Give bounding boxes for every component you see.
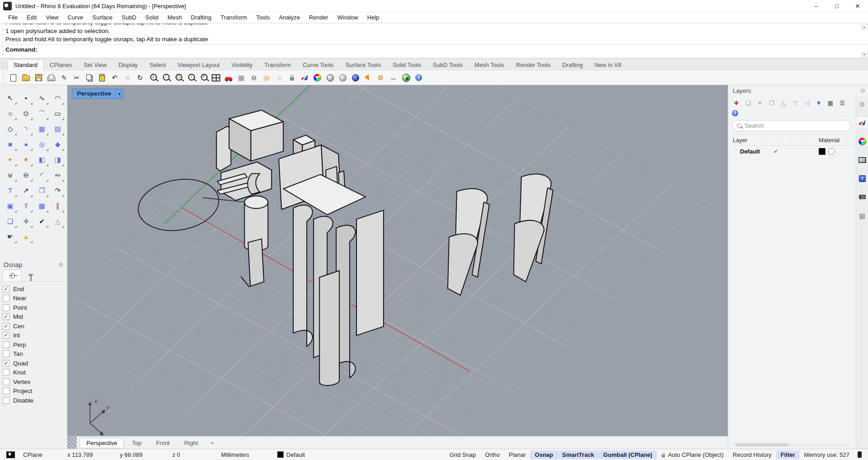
move-down-icon[interactable]: ▽ [791, 100, 800, 106]
rectangle-tool[interactable]: ▭ [50, 106, 65, 121]
array-tool[interactable]: ▩ [34, 198, 49, 213]
earth-icon[interactable] [400, 72, 412, 84]
scroll-down-icon[interactable]: ▼ [861, 52, 868, 57]
save-icon[interactable] [33, 72, 45, 84]
table-view-icon[interactable]: ▦ [826, 100, 835, 106]
filter-icon[interactable]: ▼ [814, 100, 823, 106]
copy-objects-tool[interactable]: ❐ [34, 183, 49, 198]
osnap-checkbox[interactable]: ✓ [3, 286, 9, 292]
move-left-icon[interactable]: ◁ [802, 100, 811, 106]
osnap-option-row[interactable]: ✓ Quad [3, 359, 67, 368]
osnap-option-row[interactable]: ✓ Knot [3, 368, 67, 378]
toolbar-tab[interactable]: Drafting [556, 60, 589, 71]
polygon-tool[interactable]: ◇ [3, 121, 18, 136]
tabbar-grip[interactable] [1, 61, 4, 69]
toolbar-tab[interactable]: Curve Tools [297, 60, 339, 71]
color-wheel-icon[interactable] [311, 72, 323, 84]
toolbar-tab[interactable]: Standard [7, 59, 44, 71]
auto-cplane-toggle[interactable]: Auto CPlane (Object) [657, 450, 728, 459]
osnap-option-row[interactable]: ✓ Tan [3, 350, 67, 359]
viewport-dropdown-icon[interactable]: ▾ [116, 89, 123, 98]
solid-union-tool[interactable]: ▣ [3, 198, 18, 213]
help-panel-tab[interactable]: ? [856, 172, 868, 184]
circle-radius-icon[interactable]: ⊖ [248, 72, 260, 84]
toolbar-tab[interactable]: Transform [258, 60, 297, 71]
zoom-selected-icon[interactable]: ● [185, 72, 197, 84]
undo-view-icon[interactable]: ↶ [197, 72, 209, 84]
toolbar-tab[interactable]: Render Tools [510, 60, 556, 71]
toolbar-tab[interactable]: Set View [78, 60, 113, 71]
column-layer[interactable]: Layer [732, 137, 766, 144]
osnap-checkbox[interactable]: ✓ [3, 313, 9, 320]
split-tool[interactable]: ◨ [50, 152, 65, 167]
linear-array-tool[interactable]: ∥ [50, 198, 65, 213]
sphere-tool[interactable]: ● [19, 137, 33, 152]
osnap-checkbox[interactable]: ✓ [3, 379, 9, 385]
box-tool[interactable]: ■ [3, 137, 18, 152]
copy-icon[interactable] [83, 72, 95, 84]
manikin-tool[interactable]: ✛ [19, 214, 33, 229]
palette-grip[interactable]: ···· [0, 85, 67, 90]
osnap-option-row[interactable]: ✓ Cen [3, 321, 67, 331]
toolbar-tab[interactable]: Select [144, 60, 172, 71]
memory-usage[interactable]: Memory use: 527 [800, 450, 854, 459]
y-coordinate[interactable]: y 68.089 [115, 450, 168, 459]
open-file-icon[interactable] [20, 72, 32, 84]
rotate-view-icon[interactable]: ↻ [134, 72, 146, 84]
viewport-tab[interactable]: Right [178, 438, 204, 448]
help-icon[interactable]: ? [413, 72, 425, 84]
pan-hand-icon[interactable]: ☝ [121, 72, 133, 84]
car-icon[interactable] [223, 72, 235, 84]
curve-through-points-tool[interactable]: ◠ [50, 91, 65, 105]
group-tool[interactable]: ❑ [3, 214, 18, 229]
z-coordinate[interactable]: z 0 [168, 450, 217, 459]
osnap-checkbox[interactable]: ✓ [3, 341, 9, 348]
osnap-checkbox[interactable]: ✓ [3, 397, 9, 404]
named-cplanes-tab[interactable]: ▦ [856, 210, 868, 221]
lock-icon[interactable] [286, 72, 298, 84]
osnap-option-row[interactable]: ✓ Perp [3, 340, 67, 350]
panel-gear-icon[interactable]: ⚙ [856, 98, 868, 110]
point-tool[interactable]: • [19, 91, 33, 105]
four-viewports-icon[interactable] [210, 72, 222, 84]
toolbar-tab[interactable]: Display [113, 60, 144, 71]
toolbar-tab[interactable]: Visibility [226, 60, 259, 71]
panel-menu-icon[interactable]: ☰ [838, 100, 847, 106]
column-material[interactable]: Material [816, 137, 851, 144]
control-point-curve-tool[interactable]: ∿ [34, 91, 49, 105]
edit-properties-icon[interactable]: ✎ [58, 72, 70, 84]
command-scrollbar[interactable]: ▲ ▼ [861, 24, 867, 57]
layers-panel-tab[interactable] [856, 117, 868, 129]
osnap-option-row[interactable]: ✓ End [3, 284, 67, 294]
curved-surface-tool[interactable]: ▧ [50, 121, 65, 136]
solid-primitives-tool[interactable]: △ [50, 214, 65, 229]
display-color-tab[interactable] [856, 135, 868, 147]
duplicate-layer-icon[interactable]: ❐ [767, 100, 776, 106]
menu-item[interactable]: View [41, 13, 63, 22]
osnap-option-row[interactable]: ✓ Mid [3, 312, 67, 322]
toolbar-tab[interactable]: Mesh Tools [469, 60, 510, 71]
menu-item[interactable]: Edit [22, 13, 41, 22]
options-gear-icon[interactable]: ⚙ [375, 72, 387, 84]
ellipse-tool[interactable]: ⊙ [19, 106, 33, 121]
rotate-tool[interactable]: ↷ [50, 183, 65, 198]
viewport-tab[interactable]: + [206, 440, 219, 446]
active-layer[interactable]: Default [273, 450, 309, 459]
cplane-indicator[interactable]: CPlane [19, 450, 63, 459]
grid-snap-toggle[interactable]: Grid Snap [445, 450, 481, 459]
osnap-checkbox[interactable]: ✓ [3, 295, 9, 302]
menu-item[interactable]: Transform [216, 13, 252, 22]
help-icon[interactable]: ? [732, 110, 738, 116]
viewport-tab[interactable]: Perspective [80, 438, 124, 448]
menu-item[interactable]: Drafting [186, 13, 216, 22]
osnap-checkbox[interactable]: ✓ [3, 360, 9, 367]
select-pointer-tool[interactable]: ↖ [3, 91, 18, 105]
layers-hscrollbar[interactable] [733, 443, 849, 447]
osnap-option-row[interactable]: ✓ Vertex [3, 377, 67, 387]
osnap-checkbox[interactable]: ✓ [3, 304, 9, 311]
toolbar-tab[interactable]: Surface Tools [340, 60, 387, 71]
planar-toggle[interactable]: Planar [504, 450, 531, 459]
new-sublayer-icon[interactable]: ❏ [744, 100, 753, 106]
close-button[interactable]: ✕ [847, 0, 868, 12]
menu-item[interactable]: Surface [88, 13, 117, 22]
